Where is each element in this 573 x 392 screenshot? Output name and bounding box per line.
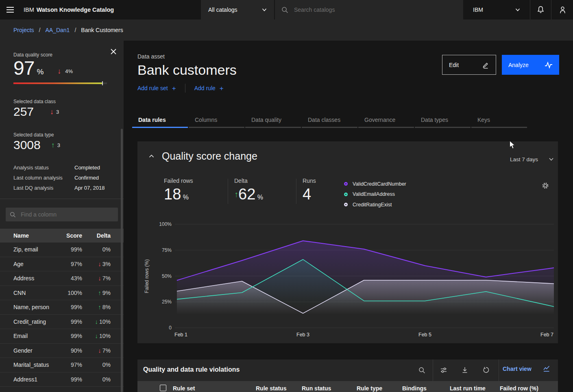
column-name: Email	[13, 333, 59, 339]
toolbar-divider	[433, 360, 433, 381]
tab-keys[interactable]: Keys	[471, 113, 527, 128]
column-delta: ↓3%	[82, 261, 111, 267]
edit-button[interactable]: Edit	[442, 55, 496, 75]
tab-underline	[471, 127, 527, 128]
y-axis-tick: 75%	[162, 247, 172, 253]
violations-download-button[interactable]	[457, 362, 473, 378]
find-column-input[interactable]	[20, 211, 109, 218]
search-catalogs-input[interactable]	[293, 6, 448, 13]
profile-button[interactable]	[552, 0, 573, 19]
tab-data-types[interactable]: Data types	[415, 113, 471, 128]
rule-links: Add rule set + Add rule +	[137, 84, 224, 93]
tab-columns[interactable]: Columns	[189, 113, 244, 128]
legend-item[interactable]: ValidEmailAddress	[344, 189, 406, 200]
y-axis-tick: 0	[169, 325, 172, 331]
analysis-label: Analysis status	[13, 165, 74, 171]
catalog-dropdown[interactable]: All catalogs	[201, 0, 274, 19]
delta-arrow-icon: ↓	[98, 347, 101, 354]
breadcrumb-projects[interactable]: Projects	[13, 27, 34, 33]
stat-failed-rows: Failed rows 18 %	[164, 178, 193, 202]
table-row[interactable]: Age97%↓3%	[0, 257, 124, 272]
tab-data-quality[interactable]: Data quality	[245, 113, 301, 128]
menu-hamburger-icon[interactable]	[6, 5, 15, 14]
chart-view-label: Chart view	[503, 366, 532, 372]
analyze-button[interactable]: Analyze	[502, 55, 559, 75]
tab-label: Data classes	[308, 117, 340, 123]
column-score: 99%	[59, 318, 82, 325]
column-score: 99%	[59, 333, 82, 339]
violations-restart-button[interactable]	[478, 362, 494, 378]
asset-eyebrow: Data asset	[137, 53, 165, 60]
chart-view-toggle[interactable]: Chart view	[503, 365, 550, 372]
score-label: Data quality score	[13, 52, 52, 58]
table-row[interactable]: Address43%↓7%	[0, 271, 124, 286]
breadcrumb-separator: /	[74, 27, 76, 33]
stat-unit: %	[257, 194, 263, 201]
table-row[interactable]: Zip, email99%0%	[0, 243, 124, 257]
score-value-row: 97 % ↓ 4%	[13, 58, 73, 78]
sidebar-scrollbar[interactable]	[121, 129, 123, 392]
time-range-dropdown[interactable]: Last 7 days	[493, 154, 554, 165]
tab-governance[interactable]: Governance	[358, 113, 414, 128]
gear-icon[interactable]	[542, 182, 549, 189]
search-icon	[10, 212, 16, 218]
tab-label: Columns	[195, 117, 217, 123]
add-rule-set-link[interactable]: Add rule set +	[137, 85, 176, 92]
app-window: IBM Watson Knowledge Catalog All catalog…	[0, 0, 573, 392]
table-row[interactable]: CNN100%↑9%	[0, 286, 124, 301]
analysis-value: Completed	[74, 165, 100, 171]
tab-label: Data types	[421, 117, 448, 123]
score-gauge-marker	[102, 81, 103, 85]
breadcrumb-project-name[interactable]: AA_Dan1	[45, 27, 70, 33]
tab-data-rules[interactable]: Data rules	[132, 113, 188, 128]
chart-legend: ValidCreditCardNumberValidEmailAddressCr…	[344, 179, 406, 210]
table-row[interactable]: Credit_rating99%↓10%	[0, 315, 124, 329]
table-row[interactable]: Email99%↓10%	[0, 329, 124, 344]
x-axis-tick: Feb 5	[418, 332, 431, 338]
search-icon	[281, 6, 288, 13]
tab-underline	[132, 127, 188, 128]
table-row[interactable]: Marital_status97%0%	[0, 358, 124, 373]
stat-label: Failed rows	[164, 178, 193, 184]
column-name: Credit_rating	[13, 318, 59, 325]
quality-score-line-chart[interactable]: 100%75%50%25%0Feb 1Feb 3Feb 5Feb 7Failed…	[137, 216, 558, 342]
plus-icon: +	[172, 85, 176, 92]
score-value: 97	[13, 58, 34, 78]
collapse-caret-icon[interactable]	[149, 154, 154, 158]
breadcrumb-separator: /	[39, 27, 41, 33]
column-name: CNN	[13, 290, 59, 296]
analysis-row: Analysis statusCompleted	[13, 162, 111, 173]
column-delta: ↓7%	[82, 347, 111, 354]
score-gauge-fill	[13, 82, 102, 84]
legend-ring-icon	[344, 193, 348, 196]
top-header-bar: IBM Watson Knowledge Catalog All catalog…	[0, 0, 573, 19]
y-axis-tick: 100%	[159, 221, 172, 227]
x-axis-tick: Feb 7	[540, 332, 553, 338]
account-dropdown[interactable]: IBM	[463, 0, 530, 19]
stat-label: Runs	[303, 178, 316, 184]
tab-data-classes[interactable]: Data classes	[302, 113, 357, 128]
violations-filter-button[interactable]	[436, 362, 452, 378]
violations-search-button[interactable]	[414, 362, 430, 378]
legend-item[interactable]: CreditRatingExist	[344, 199, 406, 210]
add-rule-link[interactable]: Add rule +	[194, 85, 224, 92]
column-score: 90%	[59, 347, 82, 354]
select-all-checkbox[interactable]	[160, 385, 166, 391]
delta-arrow-icon: ↑	[98, 289, 101, 296]
table-row[interactable]: Gender90%↓7%	[0, 344, 124, 358]
delta-arrow-icon: ↓	[98, 260, 101, 267]
delta-arrow-icon: ↓	[98, 275, 101, 282]
close-icon[interactable]	[110, 48, 118, 56]
notifications-button[interactable]	[530, 0, 551, 19]
chart-card-title: Quality score change	[162, 150, 257, 162]
table-row[interactable]: Name, person99%↑8%	[0, 300, 124, 315]
data-class-label: Selected data class	[13, 99, 56, 104]
table-row[interactable]: ↑	[0, 387, 124, 392]
table-row[interactable]: Address199%0%	[0, 373, 124, 387]
legend-item[interactable]: ValidCreditCardNumber	[344, 179, 406, 189]
data-type-row: 3008 ↑ 3	[13, 139, 60, 151]
analysis-value: Confirmed	[74, 175, 99, 181]
violations-card: Quality and data rule violations Chart v…	[137, 360, 558, 392]
column-score: 43%	[59, 275, 82, 282]
catalog-dropdown-label: All catalogs	[208, 6, 262, 13]
